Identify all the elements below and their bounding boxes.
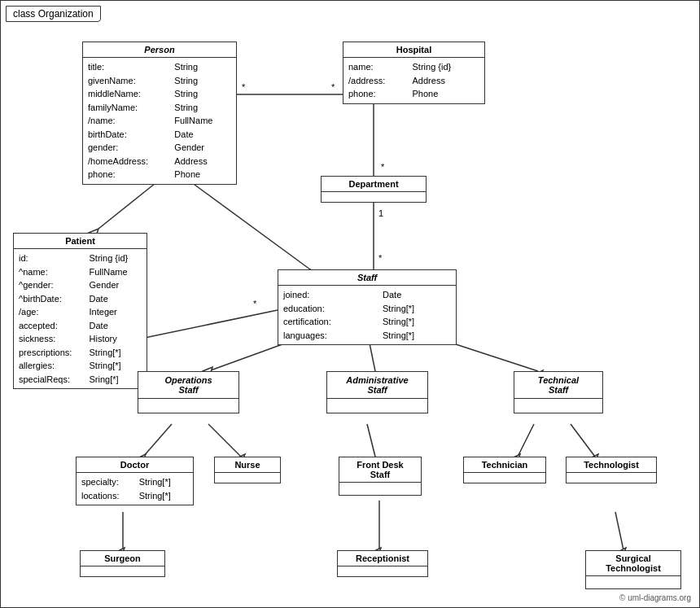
surgical-tech-header: SurgicalTechnologist (586, 551, 680, 576)
class-admin-staff: AdministrativeStaff (326, 371, 428, 413)
nurse-header: Nurse (215, 457, 280, 473)
class-patient: Patient id:String {id} ^name:FullName ^g… (13, 233, 147, 389)
technician-header: Technician (464, 457, 545, 473)
diagram-title: class Organization (6, 6, 101, 22)
surgeon-header: Surgeon (81, 551, 164, 566)
svg-line-21 (143, 424, 172, 457)
technician-body (464, 473, 545, 483)
doctor-body: specialty:String[*] locations:String[*] (77, 473, 193, 505)
svg-text:*: * (242, 82, 246, 92)
department-body (322, 192, 426, 202)
class-receptionist: Receptionist (337, 550, 428, 577)
ops-staff-body (138, 399, 238, 405)
svg-line-23 (208, 424, 241, 457)
technologist-body (567, 473, 656, 483)
hospital-header: Hospital (343, 42, 484, 58)
staff-header: Staff (278, 270, 456, 286)
uml-diagram: 1 * * * * * (0, 0, 700, 608)
class-doctor: Doctor specialty:String[*] locations:Str… (76, 457, 194, 505)
class-technician: Technician (463, 457, 546, 483)
nurse-body (215, 473, 280, 483)
class-technologist: Technologist (566, 457, 657, 483)
department-header: Department (322, 177, 426, 192)
frontdesk-body (339, 483, 421, 489)
class-hospital: Hospital name:String {id} /address:Addre… (343, 42, 485, 104)
svg-line-0 (98, 180, 160, 229)
class-staff: Staff joined:Date education:String[*] ce… (278, 269, 457, 345)
receptionist-body (338, 566, 427, 576)
person-header: Person (83, 42, 236, 58)
technologist-header: Technologist (567, 457, 656, 473)
svg-text:*: * (331, 82, 335, 92)
svg-line-35 (615, 512, 623, 550)
class-person: Person title:String givenName:String mid… (82, 42, 237, 185)
staff-body: joined:Date education:String[*] certific… (278, 286, 456, 344)
receptionist-header: Receptionist (338, 551, 427, 566)
svg-text:1: 1 (378, 208, 383, 218)
ops-staff-header: OperationsStaff (138, 372, 238, 399)
svg-line-29 (571, 424, 595, 457)
class-surgical-tech: SurgicalTechnologist (585, 550, 681, 589)
class-surgeon: Surgeon (80, 550, 165, 577)
doctor-header: Doctor (77, 457, 193, 473)
svg-line-27 (518, 424, 534, 457)
svg-text:*: * (378, 253, 383, 263)
patient-body: id:String {id} ^name:FullName ^gender:Ge… (14, 249, 147, 388)
svg-line-25 (367, 424, 375, 457)
class-ops-staff: OperationsStaff (138, 371, 239, 413)
tech-staff-header: TechnicalStaff (514, 372, 602, 399)
class-nurse: Nurse (214, 457, 281, 483)
class-department: Department (321, 176, 427, 203)
class-frontdesk: Front DeskStaff (339, 457, 422, 496)
hospital-body: name:String {id} /address:Address phone:… (343, 58, 484, 103)
class-tech-staff: TechnicalStaff (514, 371, 603, 413)
admin-staff-body (327, 399, 427, 405)
svg-line-1 (188, 180, 310, 269)
tech-staff-body (514, 399, 602, 405)
svg-text:*: * (253, 299, 257, 308)
patient-header: Patient (14, 234, 147, 249)
svg-text:*: * (381, 162, 385, 172)
frontdesk-header: Front DeskStaff (339, 457, 421, 483)
surgeon-body (81, 566, 164, 576)
admin-staff-header: AdministrativeStaff (327, 372, 427, 399)
person-body: title:String givenName:String middleName… (83, 58, 236, 184)
surgical-tech-body (586, 576, 680, 583)
copyright-text: © uml-diagrams.org (619, 593, 691, 602)
